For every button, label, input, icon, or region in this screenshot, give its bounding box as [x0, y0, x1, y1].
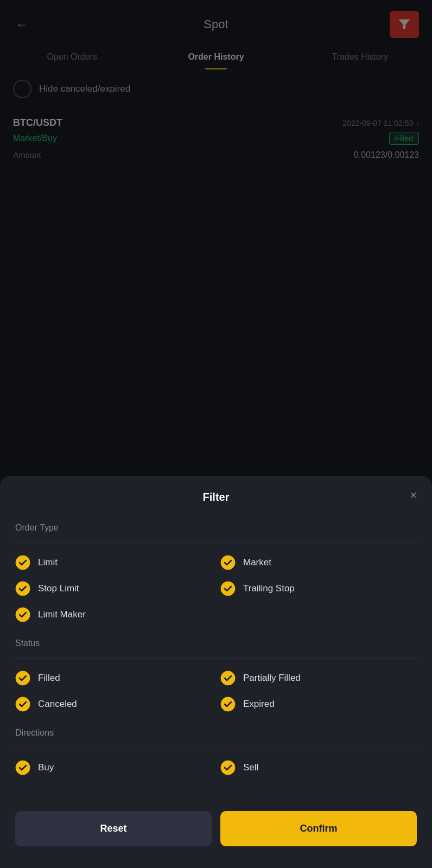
- modal-title: Filter: [203, 491, 230, 503]
- svg-point-4: [16, 608, 30, 622]
- checkbox-partially-filled[interactable]: Partially Filled: [220, 671, 417, 686]
- status-divider: [15, 658, 417, 659]
- svg-point-7: [16, 697, 30, 711]
- checkbox-expired[interactable]: Expired: [220, 697, 417, 712]
- checkbox-limit-label: Limit: [38, 557, 58, 568]
- checkbox-buy[interactable]: Buy: [15, 760, 212, 775]
- checkbox-trailing-stop-label: Trailing Stop: [243, 583, 295, 594]
- svg-point-3: [221, 582, 235, 596]
- checkbox-market-label: Market: [243, 557, 271, 568]
- svg-point-8: [221, 697, 235, 711]
- directions-options: Buy Sell: [15, 760, 417, 775]
- checkbox-trailing-stop[interactable]: Trailing Stop: [220, 581, 417, 596]
- checkbox-filled-label: Filled: [38, 673, 60, 684]
- reset-button[interactable]: Reset: [15, 811, 212, 846]
- checkbox-sell[interactable]: Sell: [220, 760, 417, 775]
- modal-body: Order Type Limit Market: [0, 514, 432, 802]
- checkbox-sell-icon: [220, 760, 236, 775]
- modal-header: Filter ×: [0, 476, 432, 514]
- order-type-options: Limit Market Stop Limit: [15, 555, 417, 596]
- checkbox-market[interactable]: Market: [220, 555, 417, 570]
- checkbox-canceled-label: Canceled: [38, 699, 77, 710]
- checkbox-limit-icon: [15, 555, 30, 570]
- order-type-section-title: Order Type: [15, 523, 417, 533]
- checkbox-buy-icon: [15, 760, 30, 775]
- svg-point-0: [16, 556, 30, 570]
- checkbox-canceled[interactable]: Canceled: [15, 697, 212, 712]
- directions-divider: [15, 748, 417, 748]
- checkbox-limit-maker[interactable]: Limit Maker: [15, 607, 417, 622]
- modal-close-button[interactable]: ×: [410, 489, 417, 501]
- svg-point-9: [16, 761, 30, 775]
- modal-overlay: Filter × Order Type Limit: [0, 0, 432, 868]
- checkbox-trailing-stop-icon: [220, 581, 236, 596]
- directions-section-title: Directions: [15, 728, 417, 738]
- confirm-button[interactable]: Confirm: [220, 811, 417, 846]
- order-type-divider: [15, 542, 417, 543]
- checkbox-sell-label: Sell: [243, 762, 258, 773]
- modal-actions: Reset Confirm: [0, 802, 432, 868]
- checkbox-expired-icon: [220, 697, 236, 712]
- svg-point-10: [221, 761, 235, 775]
- checkbox-limit-maker-label: Limit Maker: [38, 609, 86, 620]
- checkbox-stop-limit[interactable]: Stop Limit: [15, 581, 212, 596]
- checkbox-partially-filled-label: Partially Filled: [243, 673, 301, 684]
- status-options: Filled Partially Filled Cancel: [15, 671, 417, 712]
- checkbox-market-icon: [220, 555, 236, 570]
- checkbox-partially-filled-icon: [220, 671, 236, 686]
- svg-point-6: [221, 671, 235, 685]
- checkbox-stop-limit-icon: [15, 581, 30, 596]
- checkbox-filled-icon: [15, 671, 30, 686]
- checkbox-expired-label: Expired: [243, 699, 275, 710]
- checkbox-filled[interactable]: Filled: [15, 671, 212, 686]
- checkbox-limit-maker-icon: [15, 607, 30, 622]
- checkbox-limit[interactable]: Limit: [15, 555, 212, 570]
- checkbox-stop-limit-label: Stop Limit: [38, 583, 79, 594]
- svg-point-5: [16, 671, 30, 685]
- checkbox-canceled-icon: [15, 697, 30, 712]
- checkbox-buy-label: Buy: [38, 762, 54, 773]
- svg-point-2: [16, 582, 30, 596]
- svg-point-1: [221, 556, 235, 570]
- status-section-title: Status: [15, 639, 417, 648]
- filter-modal: Filter × Order Type Limit: [0, 476, 432, 868]
